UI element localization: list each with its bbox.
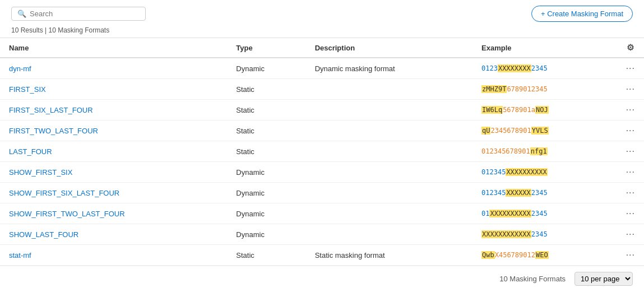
row-actions-menu[interactable]: ··· xyxy=(617,100,644,120)
cell-type: Static xyxy=(227,120,305,141)
table-row: stat-mf Static Static masking format Qwb… xyxy=(0,245,644,266)
cell-example: zMHZ9T6789012345 xyxy=(472,79,617,100)
cell-type: Static xyxy=(227,100,305,120)
create-masking-format-button[interactable]: + Create Masking Format xyxy=(531,6,633,22)
cell-description xyxy=(306,162,472,183)
table-row: FIRST_TWO_LAST_FOUR Static qU2345678901Y… xyxy=(0,120,644,141)
row-name-link[interactable]: stat-mf xyxy=(9,251,31,259)
row-name-link[interactable]: SHOW_FIRST_TWO_LAST_FOUR xyxy=(9,210,125,218)
cell-description: Static masking format xyxy=(306,245,472,266)
table-header-row: Name Type Description Example ⚙ xyxy=(0,38,644,58)
row-actions-menu[interactable]: ··· xyxy=(617,79,644,100)
cell-example: 01XXXXXXXXXX2345 xyxy=(472,203,617,224)
cell-example: 012345XXXXXX2345 xyxy=(472,183,617,203)
cell-name: FIRST_SIX xyxy=(0,79,227,100)
search-box: 🔍 xyxy=(11,7,146,21)
cell-name: SHOW_FIRST_SIX xyxy=(0,162,227,183)
footer-bar: 10 Masking Formats 10 per page 25 per pa… xyxy=(0,266,644,291)
row-name-link[interactable]: LAST_FOUR xyxy=(9,147,52,156)
row-name-link[interactable]: SHOW_FIRST_SIX_LAST_FOUR xyxy=(9,189,119,197)
cell-type: Dynamic xyxy=(227,162,305,183)
row-actions-menu[interactable]: ··· xyxy=(617,141,644,162)
cell-description xyxy=(306,141,472,162)
cell-name: SHOW_FIRST_SIX_LAST_FOUR xyxy=(0,183,227,203)
row-actions-menu[interactable]: ··· xyxy=(617,183,644,203)
cell-type: Dynamic xyxy=(227,203,305,224)
cell-description: Dynamic masking format xyxy=(306,58,472,79)
cell-description xyxy=(306,203,472,224)
table-row: SHOW_FIRST_SIX_LAST_FOUR Dynamic 012345X… xyxy=(0,183,644,203)
cell-type: Static xyxy=(227,245,305,266)
footer-summary: 10 Masking Formats xyxy=(499,275,566,283)
cell-type: Static xyxy=(227,141,305,162)
top-bar: 🔍 + Create Masking Format xyxy=(0,0,644,25)
row-actions-menu[interactable]: ··· xyxy=(617,58,644,79)
cell-example: 012345678901nfg1 xyxy=(472,141,617,162)
cell-name: SHOW_FIRST_TWO_LAST_FOUR xyxy=(0,203,227,224)
cell-example: QwbX456789012WEO xyxy=(472,245,617,266)
cell-description xyxy=(306,224,472,245)
cell-name: FIRST_TWO_LAST_FOUR xyxy=(0,120,227,141)
cell-description xyxy=(306,79,472,100)
cell-name: stat-mf xyxy=(0,245,227,266)
search-icon: 🔍 xyxy=(17,10,26,18)
cell-name: SHOW_LAST_FOUR xyxy=(0,224,227,245)
col-header-settings[interactable]: ⚙ xyxy=(617,38,644,58)
cell-type: Dynamic xyxy=(227,224,305,245)
cell-example: 0123XXXXXXXX2345 xyxy=(472,58,617,79)
cell-description xyxy=(306,100,472,120)
results-summary: 10 Results | 10 Masking Formats xyxy=(0,25,644,38)
row-actions-menu[interactable]: ··· xyxy=(617,203,644,224)
cell-type: Dynamic xyxy=(227,58,305,79)
cell-type: Static xyxy=(227,79,305,100)
cell-description xyxy=(306,120,472,141)
col-header-description: Description xyxy=(306,38,472,58)
cell-example: IW6Lq5678901aNOJ xyxy=(472,100,617,120)
table-row: SHOW_LAST_FOUR Dynamic XXXXXXXXXXXX2345 … xyxy=(0,224,644,245)
cell-example: 012345XXXXXXXXXX xyxy=(472,162,617,183)
row-name-link[interactable]: SHOW_FIRST_SIX xyxy=(9,168,72,177)
table-row: FIRST_SIX_LAST_FOUR Static IW6Lq5678901a… xyxy=(0,100,644,120)
table-row: SHOW_FIRST_SIX Dynamic 012345XXXXXXXXXX … xyxy=(0,162,644,183)
row-actions-menu[interactable]: ··· xyxy=(617,162,644,183)
cell-name: LAST_FOUR xyxy=(0,141,227,162)
cell-example: XXXXXXXXXXXX2345 xyxy=(472,224,617,245)
col-header-name: Name xyxy=(0,38,227,58)
col-header-type: Type xyxy=(227,38,305,58)
cell-name: dyn-mf xyxy=(0,58,227,79)
gear-icon: ⚙ xyxy=(627,43,634,52)
row-actions-menu[interactable]: ··· xyxy=(617,245,644,266)
cell-example: qU2345678901YVLS xyxy=(472,120,617,141)
row-name-link[interactable]: FIRST_SIX_LAST_FOUR xyxy=(9,106,93,114)
col-header-example: Example xyxy=(472,38,617,58)
cell-description xyxy=(306,183,472,203)
row-name-link[interactable]: FIRST_TWO_LAST_FOUR xyxy=(9,127,98,135)
table-row: dyn-mf Dynamic Dynamic masking format 01… xyxy=(0,58,644,79)
search-input[interactable] xyxy=(30,10,140,18)
cell-type: Dynamic xyxy=(227,183,305,203)
row-name-link[interactable]: dyn-mf xyxy=(9,64,31,73)
table-row: LAST_FOUR Static 012345678901nfg1 ··· xyxy=(0,141,644,162)
masking-formats-table: Name Type Description Example ⚙ dyn-mf D… xyxy=(0,38,644,266)
row-name-link[interactable]: FIRST_SIX xyxy=(9,85,46,94)
cell-name: FIRST_SIX_LAST_FOUR xyxy=(0,100,227,120)
table-row: SHOW_FIRST_TWO_LAST_FOUR Dynamic 01XXXXX… xyxy=(0,203,644,224)
row-name-link[interactable]: SHOW_LAST_FOUR xyxy=(9,230,78,239)
table-row: FIRST_SIX Static zMHZ9T6789012345 ··· xyxy=(0,79,644,100)
row-actions-menu[interactable]: ··· xyxy=(617,224,644,245)
per-page-select[interactable]: 10 per page 25 per page 50 per page xyxy=(574,272,633,286)
row-actions-menu[interactable]: ··· xyxy=(617,120,644,141)
